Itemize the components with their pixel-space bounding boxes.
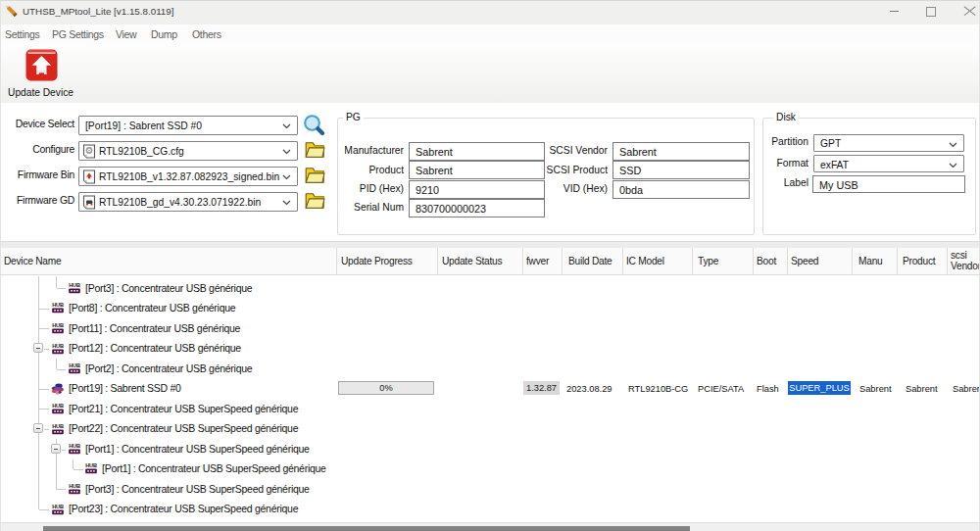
svg-text:HUB: HUB [52, 403, 64, 409]
svg-text:HUB: HUB [52, 322, 64, 328]
svg-text:HUB: HUB [52, 302, 64, 308]
svg-text:HUB: HUB [69, 282, 80, 288]
svg-text:HUB: HUB [52, 504, 64, 509]
svg-text:HUB: HUB [85, 462, 97, 468]
svg-text:HUB: HUB [52, 423, 64, 429]
svg-text:HUB: HUB [69, 483, 80, 489]
svg-text:HUB: HUB [52, 343, 64, 349]
svg-text:HUB: HUB [69, 362, 80, 368]
svg-text:HUB: HUB [69, 443, 80, 449]
